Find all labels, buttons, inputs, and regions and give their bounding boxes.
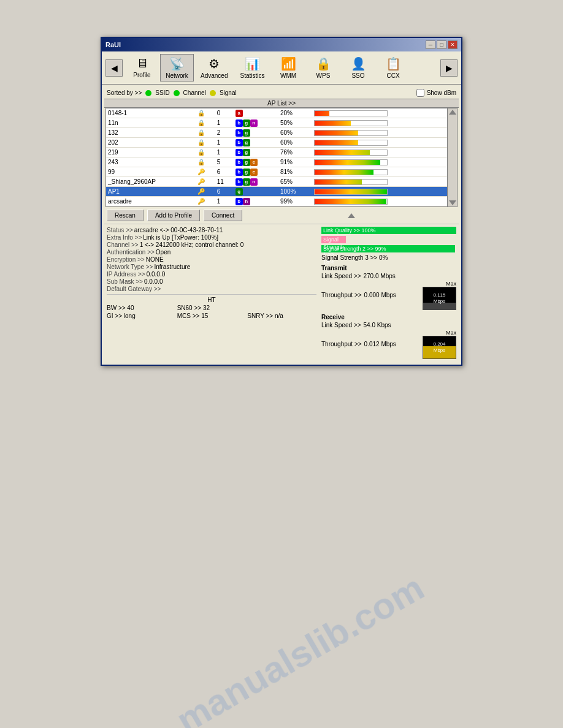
pct-cell: 91% <box>278 157 312 167</box>
type-badge-b: b <box>236 159 243 166</box>
scroll-track[interactable] <box>448 116 457 199</box>
auth-row: Authentication >> Open <box>107 249 316 256</box>
lock-icon: 🔒 <box>197 129 205 136</box>
type-badge-g: g <box>243 139 250 146</box>
signal-bar <box>315 140 358 145</box>
scroll-down-button[interactable] <box>449 200 456 205</box>
table-row[interactable]: 219 🔒 1 bg 76% <box>106 148 447 157</box>
table-row[interactable]: AP1 🔑 6 g 100% <box>106 187 447 197</box>
toolbar-item-wps[interactable]: 🔒 WPS <box>307 54 340 82</box>
receive-speed-row: Link Speed >> 54.0 Kbps <box>321 322 456 328</box>
lock-icon: 🔒 <box>197 149 205 156</box>
table-row[interactable]: 99 🔑 6 bge 81% <box>106 167 447 177</box>
connect-button[interactable]: Connect <box>204 210 242 221</box>
signal-bar <box>315 160 380 165</box>
scroll-up-button[interactable] <box>449 110 456 115</box>
pct-cell: 99% <box>278 197 312 207</box>
ap-table: 0148-1 🔒 0 a 20% 11n 🔒 1 bgn 50% 132 🔒 2… <box>106 108 447 207</box>
signal-cell <box>312 167 447 177</box>
receive-val: 0.204Mbps <box>433 341 445 353</box>
signal2-bar: Signal Strength 2 >> 99% <box>321 245 456 252</box>
close-button[interactable]: ✕ <box>448 40 458 49</box>
mask-label: Sub Mask >> <box>107 278 143 285</box>
ch-cell: 6 <box>215 167 234 177</box>
lock-icon: 🔒 <box>197 119 205 126</box>
main-window: RaUI ─ □ ✕ ◀ 🖥 Profile 📡 Network ⚙ Advan… <box>101 37 462 366</box>
lock-icon: 🔒 <box>197 159 205 165</box>
gi-row <box>247 305 316 311</box>
toolbar-item-sso[interactable]: 👤 SSO <box>342 54 375 82</box>
type-cell: bge <box>234 167 278 177</box>
receive-throughput-label: Throughput >> <box>321 341 362 347</box>
toolbar-item-advanced[interactable]: ⚙ Advanced <box>195 54 233 82</box>
table-row[interactable]: 0148-1 🔒 0 a 20% <box>106 108 447 118</box>
ssid-sort-label[interactable]: SSID <box>155 89 169 96</box>
scroll-list-up[interactable] <box>348 213 355 218</box>
type-badge-g: g <box>243 169 250 176</box>
ssid-dot <box>145 90 151 96</box>
content-area: Sorted by >> SSID Channel Signal Show dB… <box>102 85 461 365</box>
toolbar-item-profile[interactable]: 🖥 Profile <box>125 54 159 82</box>
signal-sort-label[interactable]: Signal <box>220 89 237 96</box>
minimize-button[interactable]: ─ <box>426 40 435 49</box>
table-row[interactable]: 243 🔒 5 bge 91% <box>106 157 447 167</box>
signal-cell <box>312 128 447 138</box>
receive-label: Receive <box>321 314 456 320</box>
type-badge-e: e <box>250 159 258 166</box>
profile-icon: 🖥 <box>136 56 148 70</box>
statistics-icon: 📊 <box>245 56 260 71</box>
sort-bar: Sorted by >> SSID Channel Signal Show dB… <box>104 87 459 99</box>
forward-button[interactable]: ▶ <box>440 59 458 77</box>
type-badge-b: b <box>236 119 243 127</box>
lock-cell: 🔒 <box>196 157 215 167</box>
table-row[interactable]: _Shiang_2960AP 🔑 11 bgn 65% <box>106 177 447 187</box>
toolbar: ◀ 🖥 Profile 📡 Network ⚙ Advanced 📊 Stati… <box>102 51 461 85</box>
maximize-button[interactable]: □ <box>437 40 446 49</box>
wps-label: WPS <box>316 72 331 79</box>
signal-bar-container <box>314 150 388 156</box>
table-row[interactable]: 202 🔒 1 bg 60% <box>106 138 447 148</box>
ssid-cell: arcsadre <box>106 197 196 207</box>
add-to-profile-button[interactable]: Add to Profile <box>147 210 200 221</box>
auth-label: Authentication >> <box>107 249 155 256</box>
type-badge-b: b <box>236 149 243 156</box>
info-left: Status >> arcsadre <-> 00-0C-43-28-70-11… <box>107 227 316 360</box>
lock-cell: 🔑 <box>196 167 215 177</box>
ch-cell: 1 <box>215 138 234 148</box>
ht-section: HT BW >> 40 SN60 >> 32 GI >> long MCS >>… <box>107 294 316 319</box>
type-badge-g: g <box>243 119 250 127</box>
no-lock: 🔑 <box>197 178 205 185</box>
rescan-button[interactable]: Rescan <box>107 210 144 221</box>
signal2-indicator: Signal Strength 2 >> 99% <box>321 245 455 252</box>
toolbar-item-ccx[interactable]: 📋 CCX <box>377 54 410 82</box>
toolbar-item-wmm[interactable]: 📶 WMM <box>272 54 305 82</box>
ch-cell: 1 <box>215 118 234 128</box>
back-button[interactable]: ◀ <box>105 59 123 77</box>
mcs-label: MCS >> 15 <box>177 313 247 319</box>
type-badge-g: g <box>236 188 243 195</box>
table-row[interactable]: 11n 🔒 1 bgn 50% <box>106 118 447 128</box>
toolbar-item-network[interactable]: 📡 Network <box>160 54 194 82</box>
no-lock: 🔑 <box>197 198 205 205</box>
sso-icon: 👤 <box>351 56 366 71</box>
signal-cell <box>312 197 447 207</box>
signal-cell <box>312 138 447 148</box>
pct-cell: 60% <box>278 138 312 148</box>
channel-sort-label[interactable]: Channel <box>183 89 206 96</box>
pct-cell: 60% <box>278 128 312 138</box>
show-dbm-checkbox[interactable] <box>416 89 424 97</box>
toolbar-item-statistics[interactable]: 📊 Statistics <box>234 54 270 82</box>
table-row[interactable]: 132 🔒 2 bg 60% <box>106 128 447 138</box>
table-row[interactable]: arcsadre 🔑 1 bh 99% <box>106 197 447 207</box>
signal-bar-container <box>314 199 388 205</box>
type-cell: bge <box>234 157 278 167</box>
ch-cell: 11 <box>215 177 234 187</box>
type-cell: bg <box>234 138 278 148</box>
ht-grid: BW >> 40 SN60 >> 32 GI >> long MCS >> 15… <box>107 305 316 319</box>
scrollbar[interactable] <box>447 108 457 207</box>
type-badge-b: b <box>236 129 243 137</box>
extra-info-row: Extra Info >> Link is Up [TxPower: 100%] <box>107 234 316 241</box>
signal-cell <box>312 118 447 128</box>
receive-graph-container: Max 0.204Mbps <box>423 329 456 359</box>
channel-label: Channel >> <box>107 241 139 248</box>
